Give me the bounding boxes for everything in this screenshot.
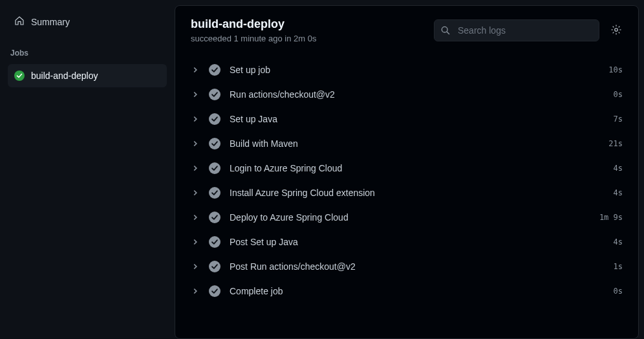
svg-point-10 bbox=[209, 212, 220, 223]
svg-point-9 bbox=[209, 187, 220, 199]
chevron-right-icon bbox=[191, 139, 200, 148]
step-name: Complete job bbox=[230, 286, 605, 296]
step-row[interactable]: Set up Java7s bbox=[175, 107, 638, 131]
step-name: Build with Maven bbox=[230, 138, 599, 149]
chevron-right-icon bbox=[191, 65, 200, 74]
step-duration: 4s bbox=[614, 237, 623, 246]
chevron-right-icon bbox=[191, 188, 200, 197]
check-circle-icon bbox=[209, 89, 220, 100]
search-icon bbox=[440, 25, 451, 36]
check-circle-icon bbox=[209, 236, 220, 248]
check-circle-icon bbox=[14, 71, 25, 81]
check-circle-icon bbox=[209, 261, 220, 272]
check-circle-icon bbox=[209, 162, 220, 174]
svg-point-1 bbox=[442, 27, 447, 32]
svg-point-6 bbox=[209, 113, 220, 125]
home-icon bbox=[14, 16, 25, 28]
step-name: Run actions/checkout@v2 bbox=[230, 89, 605, 100]
step-name: Deploy to Azure Spring Cloud bbox=[230, 212, 590, 223]
step-duration: 10s bbox=[608, 65, 623, 74]
check-circle-icon bbox=[209, 113, 220, 125]
search-box bbox=[434, 19, 599, 41]
step-name: Set up Java bbox=[230, 114, 605, 124]
main-header: build-and-deploy succeeded 1 minute ago … bbox=[175, 6, 638, 55]
step-row[interactable]: Deploy to Azure Spring Cloud1m 9s bbox=[175, 205, 638, 230]
svg-point-11 bbox=[209, 236, 220, 248]
step-row[interactable]: Set up job10s bbox=[175, 58, 638, 82]
gear-icon bbox=[610, 24, 622, 38]
step-row[interactable]: Run actions/checkout@v20s bbox=[175, 82, 638, 107]
check-circle-icon bbox=[209, 212, 220, 223]
svg-point-13 bbox=[209, 285, 220, 297]
search-input[interactable] bbox=[434, 19, 599, 41]
step-name: Post Set up Java bbox=[230, 237, 605, 247]
chevron-right-icon bbox=[191, 287, 200, 296]
chevron-right-icon bbox=[191, 90, 200, 99]
title-block: build-and-deploy succeeded 1 minute ago … bbox=[191, 17, 424, 43]
step-duration: 1m 9s bbox=[599, 213, 623, 222]
svg-point-5 bbox=[209, 89, 220, 100]
svg-point-4 bbox=[209, 64, 220, 76]
step-duration: 1s bbox=[614, 262, 623, 271]
step-row[interactable]: Login to Azure Spring Cloud4s bbox=[175, 156, 638, 180]
step-duration: 21s bbox=[608, 139, 623, 148]
step-row[interactable]: Post Set up Java4s bbox=[175, 230, 638, 254]
svg-point-0 bbox=[14, 71, 25, 81]
step-name: Set up job bbox=[230, 65, 599, 75]
sidebar: Summary Jobs build-and-deploy bbox=[0, 0, 175, 339]
step-row[interactable]: Complete job0s bbox=[175, 279, 638, 303]
svg-point-7 bbox=[209, 138, 220, 149]
chevron-right-icon bbox=[191, 164, 200, 173]
steps-list: Set up job10sRun actions/checkout@v20sSe… bbox=[175, 55, 638, 338]
step-row[interactable]: Build with Maven21s bbox=[175, 131, 638, 156]
chevron-right-icon bbox=[191, 262, 200, 271]
check-circle-icon bbox=[209, 285, 220, 297]
sidebar-job-item[interactable]: build-and-deploy bbox=[8, 64, 167, 87]
jobs-header: Jobs bbox=[8, 33, 167, 64]
chevron-right-icon bbox=[191, 213, 200, 222]
svg-point-8 bbox=[209, 162, 220, 174]
step-duration: 4s bbox=[614, 164, 623, 173]
step-duration: 4s bbox=[614, 188, 623, 197]
main-panel: build-and-deploy succeeded 1 minute ago … bbox=[175, 5, 639, 339]
check-circle-icon bbox=[209, 187, 220, 199]
step-row[interactable]: Post Run actions/checkout@v21s bbox=[175, 254, 638, 279]
check-circle-icon bbox=[209, 138, 220, 149]
sidebar-job-name: build-and-deploy bbox=[31, 71, 98, 81]
check-circle-icon bbox=[209, 64, 220, 76]
step-duration: 0s bbox=[614, 90, 623, 99]
job-title: build-and-deploy bbox=[191, 17, 424, 31]
svg-point-12 bbox=[209, 261, 220, 272]
step-duration: 7s bbox=[614, 115, 623, 124]
chevron-right-icon bbox=[191, 115, 200, 124]
chevron-right-icon bbox=[191, 237, 200, 246]
settings-button[interactable] bbox=[610, 24, 623, 37]
step-name: Post Run actions/checkout@v2 bbox=[230, 261, 605, 272]
summary-link[interactable]: Summary bbox=[8, 10, 167, 33]
step-row[interactable]: Install Azure Spring Cloud extension4s bbox=[175, 180, 638, 205]
svg-point-3 bbox=[615, 28, 618, 31]
step-name: Login to Azure Spring Cloud bbox=[230, 163, 605, 173]
step-name: Install Azure Spring Cloud extension bbox=[230, 188, 605, 198]
svg-line-2 bbox=[447, 32, 449, 34]
step-duration: 0s bbox=[614, 287, 623, 296]
job-subtitle: succeeded 1 minute ago in 2m 0s bbox=[191, 34, 424, 43]
summary-label: Summary bbox=[31, 17, 70, 27]
